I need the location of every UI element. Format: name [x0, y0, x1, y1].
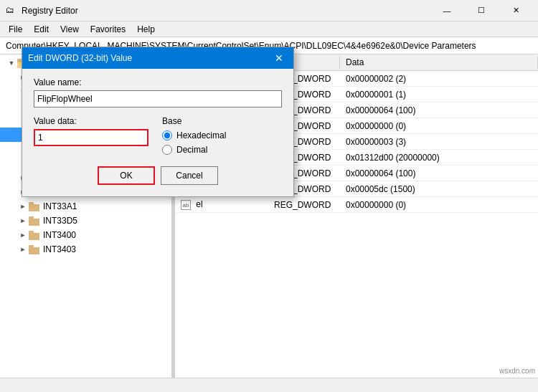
expander-int33d5[interactable]: ► [17, 215, 29, 226]
value-data-7: 0x00005dc (1500) [340, 183, 538, 195]
value-name-label: Value name: [34, 77, 282, 87]
tree-item-int33a1[interactable]: ► INT33A1 [0, 199, 171, 214]
watermark: wsxdn.com [499, 367, 535, 375]
base-section: Base Hexadecimal Decimal [162, 116, 282, 155]
value-data-5: 0x01312d00 (20000000) [340, 152, 538, 163]
status-bar [0, 378, 538, 392]
app-icon: 🗂 [6, 5, 17, 16]
menu-file[interactable]: File [3, 23, 28, 36]
edit-dword-dialog: Edit DWORD (32-bit) Value ✕ Value name: … [22, 47, 294, 197]
reg-icon-8: ab [181, 200, 191, 210]
tree-label-int3403: INT3403 [43, 244, 76, 254]
minimize-button[interactable]: — [430, 0, 463, 21]
radio-decimal[interactable]: Decimal [162, 145, 282, 155]
tree-label-int3400: INT3400 [43, 230, 76, 240]
radio-group: Hexadecimal Decimal [162, 130, 282, 155]
value-data-section: Value data: [34, 116, 154, 146]
tree-label-int33a1: INT33A1 [43, 201, 77, 211]
title-bar: 🗂 Registry Editor — ☐ ✕ [0, 0, 538, 21]
radio-dec-input[interactable] [162, 145, 172, 155]
radio-hex-label: Hexadecimal [176, 130, 226, 140]
tree-label-int33d5: INT33D5 [43, 216, 77, 226]
dialog-buttons: OK Cancel [34, 166, 282, 188]
value-name-input[interactable] [34, 90, 282, 107]
tree-item-int3403[interactable]: ► INT3403 [0, 242, 171, 257]
value-data-0: 0x00000002 (2) [340, 73, 538, 85]
folder-icon-int33a1 [29, 201, 40, 211]
value-data-label: Value data: [34, 116, 154, 126]
value-data-input[interactable] [34, 129, 148, 146]
folder-icon-int3403 [29, 244, 40, 254]
expander-int3403[interactable]: ► [17, 244, 29, 255]
dialog-close-button[interactable]: ✕ [270, 49, 288, 67]
menu-help[interactable]: Help [131, 23, 161, 36]
expander-currentcontrolset[interactable]: ▼ [6, 57, 17, 69]
value-name-8: ab el [175, 199, 268, 211]
radio-hex-input[interactable] [162, 130, 172, 140]
close-button[interactable]: ✕ [499, 0, 532, 21]
cancel-button[interactable]: Cancel [161, 166, 218, 185]
table-row[interactable]: ab el REG_DWORD 0x00000000 (0) [175, 197, 538, 213]
tree-item-int33d5[interactable]: ► INT33D5 [0, 214, 171, 228]
value-data-6: 0x00000064 (100) [340, 168, 538, 179]
expander-int33a1[interactable]: ► [17, 201, 29, 212]
menu-favorites[interactable]: Favorites [85, 23, 131, 36]
maximize-button[interactable]: ☐ [465, 0, 498, 21]
expander-int3400[interactable]: ► [17, 229, 29, 241]
dialog-body: Value name: Value data: Base Hexadecimal [22, 69, 293, 196]
value-type-8: REG_DWORD [268, 199, 340, 211]
menu-bar: File Edit View Favorites Help [0, 21, 538, 37]
window-controls: — ☐ ✕ [430, 0, 532, 21]
folder-icon-int3400 [29, 230, 40, 240]
menu-edit[interactable]: Edit [28, 23, 55, 36]
folder-icon-int33d5 [29, 216, 40, 226]
ok-button[interactable]: OK [98, 166, 155, 185]
radio-hexadecimal[interactable]: Hexadecimal [162, 130, 282, 140]
tree-item-int3400[interactable]: ► INT3400 [0, 228, 171, 242]
dialog-title: Edit DWORD (32-bit) Value [28, 53, 270, 63]
value-data-3: 0x00000000 (0) [340, 120, 538, 132]
value-data-1: 0x00000001 (1) [340, 89, 538, 100]
value-data-2: 0x00000064 (100) [340, 105, 538, 116]
value-data-8: 0x00000000 (0) [340, 199, 538, 211]
dialog-title-bar: Edit DWORD (32-bit) Value ✕ [22, 47, 293, 69]
dialog-data-row: Value data: Base Hexadecimal Decimal [34, 116, 282, 155]
menu-view[interactable]: View [55, 23, 85, 36]
col-header-data[interactable]: Data [340, 56, 538, 69]
app-title: Registry Editor [22, 6, 430, 16]
base-label: Base [162, 116, 282, 126]
value-data-4: 0x00000003 (3) [340, 136, 538, 148]
radio-dec-label: Decimal [176, 145, 207, 155]
